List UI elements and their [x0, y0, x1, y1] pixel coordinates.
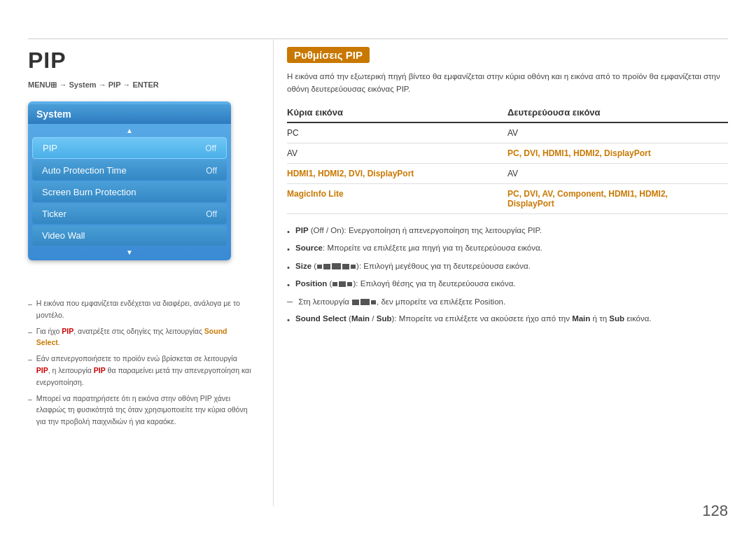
- bullet-dot-2: •: [287, 243, 290, 257]
- menu-item-screen-burn[interactable]: Screen Burn Protection: [32, 182, 227, 202]
- notes-section: – Η εικόνα που εμφανίζεται ενδέχεται να …: [28, 297, 252, 432]
- table-row-1-col2: AV: [507, 128, 728, 138]
- bullet-pip: • PIP (Off / On): Ενεργοποίηση ή απενεργ…: [287, 224, 728, 239]
- bullet-dot-5: •: [287, 314, 290, 328]
- note-text-2: Για ήχο PIP, ανατρέξτε στις οδηγίες της …: [36, 325, 252, 349]
- sub-note-dash: ─: [287, 295, 293, 309]
- bullet-dot-4: •: [287, 279, 290, 293]
- intro-text: Η εικόνα από την εξωτερική πηγή βίντεο θ…: [287, 70, 728, 96]
- table-row-4-col1: MagicInfo Lite: [287, 189, 507, 209]
- bullet-pip-text: PIP (Off / On): Ενεργοποίηση ή απενεργοπ…: [295, 224, 542, 238]
- table-row-2: AV PC, DVI, HDMI1, HDMI2, DisplayPort: [287, 143, 728, 164]
- menu-item-ticker-label: Ticker: [42, 209, 66, 219]
- bullet-dot-3: •: [287, 261, 290, 275]
- menu-item-pip[interactable]: PIP Off: [32, 137, 227, 159]
- page-title: PIP: [28, 48, 66, 73]
- bullet-sound-select-text: Sound Select (Main / Sub): Μπορείτε να ε…: [295, 312, 651, 326]
- table-header-col2: Δευτερεύουσα εικόνα: [507, 107, 728, 118]
- table-row-3-col2: AV: [507, 169, 728, 178]
- bullet-position-text: Position (): Επιλογή θέσης για τη δευτερ…: [295, 277, 515, 291]
- note-item-2: – Για ήχο PIP, ανατρέξτε στις οδηγίες τη…: [28, 325, 252, 349]
- table-row-1: PC AV: [287, 123, 728, 143]
- bullet-size: • Size (): Επιλογή μεγέθους για τη δευτε…: [287, 260, 728, 275]
- sub-note-text: Στη λειτουργία , δεν μπορείτε να επιλέξε…: [298, 295, 505, 309]
- system-menu: System ▲ PIP Off Auto Protection Time Of…: [28, 101, 231, 260]
- note-text-1: Η εικόνα που εμφανίζεται ενδέχεται να δι…: [36, 297, 252, 321]
- right-column: Ρυθμίσεις PIP Η εικόνα από την εξωτερική…: [287, 38, 728, 492]
- menu-item-pip-label: PIP: [43, 143, 57, 153]
- table-row-3: HDMI1, HDMI2, DVI, DisplayPort AV: [287, 164, 728, 184]
- bullet-dot-1: •: [287, 225, 290, 239]
- scroll-down-arrow[interactable]: ▼: [28, 247, 231, 258]
- page-number: 128: [702, 502, 728, 520]
- column-divider: [273, 38, 274, 506]
- menu-item-auto-protection-value: Off: [206, 166, 217, 176]
- bullet-source-text: Source: Μπορείτε να επιλέξετε μια πηγή γ…: [295, 241, 542, 255]
- note-dash-3: –: [28, 353, 32, 365]
- table-row-4: MagicInfo Lite PC, DVI, AV, Component, H…: [287, 184, 728, 214]
- bullet-position: • Position (): Επιλογή θέσης για τη δευτ…: [287, 277, 728, 293]
- menu-icon: MENU⊞: [28, 80, 57, 89]
- menu-path-text: → System → PIP → ENTER: [59, 80, 158, 89]
- table-header-col1: Κύρια εικόνα: [287, 107, 507, 118]
- bullet-sound-select: • Sound Select (Main / Sub): Μπορείτε να…: [287, 312, 728, 328]
- bullet-size-text: Size (): Επιλογή μεγέθους για τη δευτερε…: [295, 260, 531, 274]
- note-item-3: – Εάν απενεργοποιήσετε το προϊόν ενώ βρί…: [28, 353, 252, 388]
- scroll-up-arrow[interactable]: ▲: [28, 125, 231, 136]
- note-dash-1: –: [28, 298, 32, 310]
- menu-item-screen-burn-label: Screen Burn Protection: [42, 187, 136, 197]
- menu-item-ticker[interactable]: Ticker Off: [32, 204, 227, 224]
- note-item-1: – Η εικόνα που εμφανίζεται ενδέχεται να …: [28, 297, 252, 321]
- note-dash-4: –: [28, 393, 32, 405]
- menu-path: MENU⊞ → System → PIP → ENTER: [28, 80, 159, 90]
- menu-item-auto-protection[interactable]: Auto Protection Time Off: [32, 160, 227, 181]
- bullet-source: • Source: Μπορείτε να επιλέξετε μια πηγή…: [287, 241, 728, 257]
- menu-item-auto-protection-label: Auto Protection Time: [42, 165, 127, 176]
- bullet-list: • PIP (Off / On): Ενεργοποίηση ή απενεργ…: [287, 224, 728, 327]
- note-item-4: – Μπορεί να παρατηρήσετε ότι η εικόνα στ…: [28, 393, 252, 428]
- system-menu-header: System: [28, 104, 231, 124]
- table-row-2-col2: PC, DVI, HDMI1, HDMI2, DisplayPort: [507, 148, 728, 158]
- note-dash-2: –: [28, 326, 32, 338]
- menu-item-ticker-value: Off: [206, 209, 217, 219]
- table-header: Κύρια εικόνα Δευτερεύουσα εικόνα: [287, 107, 728, 123]
- menu-item-pip-value: Off: [205, 143, 216, 153]
- menu-item-video-wall-label: Video Wall: [42, 230, 85, 241]
- table-row-1-col1: PC: [287, 128, 507, 138]
- section-title: Ρυθμίσεις PIP: [287, 47, 370, 63]
- table-row-3-col1: HDMI1, HDMI2, DVI, DisplayPort: [287, 169, 507, 178]
- note-text-4: Μπορεί να παρατηρήσετε ότι η εικόνα στην…: [36, 393, 252, 428]
- sub-note-position: ─ Στη λειτουργία , δεν μπορείτε να επιλέ…: [287, 295, 728, 309]
- table-row-4-col2: PC, DVI, AV, Component, HDMI1, HDMI2,Dis…: [507, 189, 728, 209]
- table-row-2-col1: AV: [287, 148, 507, 158]
- note-text-3: Εάν απενεργοποιήσετε το προϊόν ενώ βρίσκ…: [36, 353, 252, 388]
- menu-item-video-wall[interactable]: Video Wall: [32, 225, 227, 246]
